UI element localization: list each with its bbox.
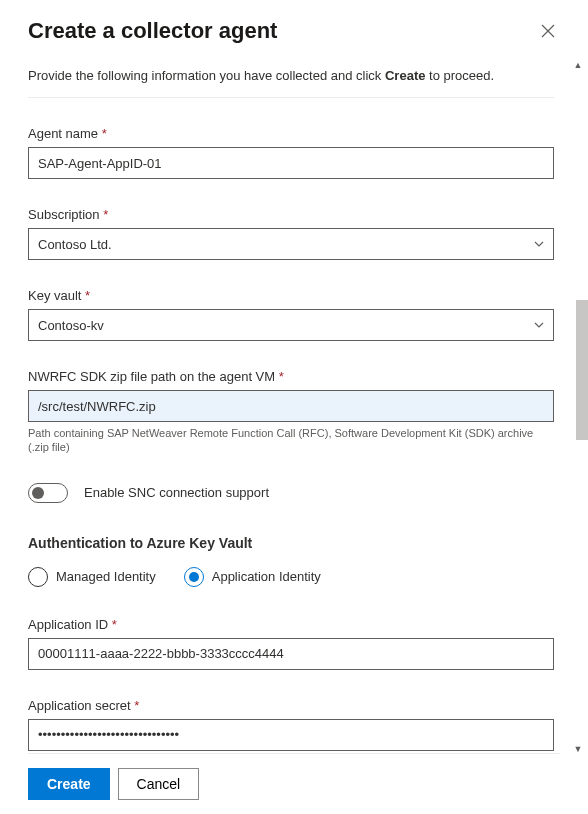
snc-toggle[interactable]	[28, 483, 68, 503]
required-indicator: *	[134, 698, 139, 713]
sdk-path-help: Path containing SAP NetWeaver Remote Fun…	[28, 426, 554, 455]
radio-application-identity[interactable]: Application Identity	[184, 567, 321, 587]
radio-managed-identity[interactable]: Managed Identity	[28, 567, 156, 587]
agent-name-field: Agent name *	[28, 126, 554, 179]
key-vault-label-text: Key vault	[28, 288, 81, 303]
panel-header: Create a collector agent	[28, 18, 560, 44]
sdk-path-field: NWRFC SDK zip file path on the agent VM …	[28, 369, 554, 455]
snc-toggle-row: Enable SNC connection support	[28, 483, 554, 503]
key-vault-label: Key vault *	[28, 288, 554, 303]
application-id-label-text: Application ID	[28, 617, 108, 632]
auth-radio-group: Managed Identity Application Identity	[28, 567, 554, 587]
radio-circle-icon	[28, 567, 48, 587]
intro-prefix: Provide the following information you ha…	[28, 68, 385, 83]
panel-title: Create a collector agent	[28, 18, 277, 44]
agent-name-label: Agent name *	[28, 126, 554, 141]
required-indicator: *	[85, 288, 90, 303]
sdk-path-input[interactable]	[28, 390, 554, 422]
scrollbar-thumb[interactable]	[576, 300, 588, 440]
sdk-path-label: NWRFC SDK zip file path on the agent VM …	[28, 369, 554, 384]
intro-bold: Create	[385, 68, 425, 83]
toggle-thumb	[32, 487, 44, 499]
cancel-button[interactable]: Cancel	[118, 768, 200, 800]
collector-agent-panel: Create a collector agent Provide the fol…	[0, 0, 588, 814]
snc-toggle-label: Enable SNC connection support	[84, 485, 269, 500]
required-indicator: *	[112, 617, 117, 632]
key-vault-select-wrap: Contoso-kv	[28, 309, 554, 341]
sdk-path-label-text: NWRFC SDK zip file path on the agent VM	[28, 369, 275, 384]
subscription-label-text: Subscription	[28, 207, 100, 222]
auth-section-heading: Authentication to Azure Key Vault	[28, 535, 554, 551]
close-icon	[541, 24, 555, 38]
create-button[interactable]: Create	[28, 768, 110, 800]
subscription-label: Subscription *	[28, 207, 554, 222]
intro-divider	[28, 97, 554, 98]
key-vault-select[interactable]: Contoso-kv	[28, 309, 554, 341]
radio-managed-label: Managed Identity	[56, 569, 156, 584]
required-indicator: *	[103, 207, 108, 222]
key-vault-field: Key vault * Contoso-kv	[28, 288, 554, 341]
subscription-field: Subscription * Contoso Ltd.	[28, 207, 554, 260]
close-button[interactable]	[536, 19, 560, 43]
required-indicator: *	[102, 126, 107, 141]
form-scroll-area[interactable]: Provide the following information you ha…	[28, 68, 560, 753]
subscription-value: Contoso Ltd.	[38, 237, 112, 252]
application-secret-field: Application secret *	[28, 698, 554, 751]
agent-name-input[interactable]	[28, 147, 554, 179]
radio-dot-icon	[189, 572, 199, 582]
intro-suffix: to proceed.	[425, 68, 494, 83]
application-id-field: Application ID *	[28, 617, 554, 670]
application-secret-label: Application secret *	[28, 698, 554, 713]
agent-name-label-text: Agent name	[28, 126, 98, 141]
radio-circle-checked-icon	[184, 567, 204, 587]
subscription-select[interactable]: Contoso Ltd.	[28, 228, 554, 260]
radio-application-label: Application Identity	[212, 569, 321, 584]
subscription-select-wrap: Contoso Ltd.	[28, 228, 554, 260]
application-secret-label-text: Application secret	[28, 698, 131, 713]
required-indicator: *	[279, 369, 284, 384]
application-secret-input[interactable]	[28, 719, 554, 751]
application-id-input[interactable]	[28, 638, 554, 670]
application-id-label: Application ID *	[28, 617, 554, 632]
key-vault-value: Contoso-kv	[38, 318, 104, 333]
panel-footer: Create Cancel	[28, 753, 560, 814]
intro-text: Provide the following information you ha…	[28, 68, 554, 83]
